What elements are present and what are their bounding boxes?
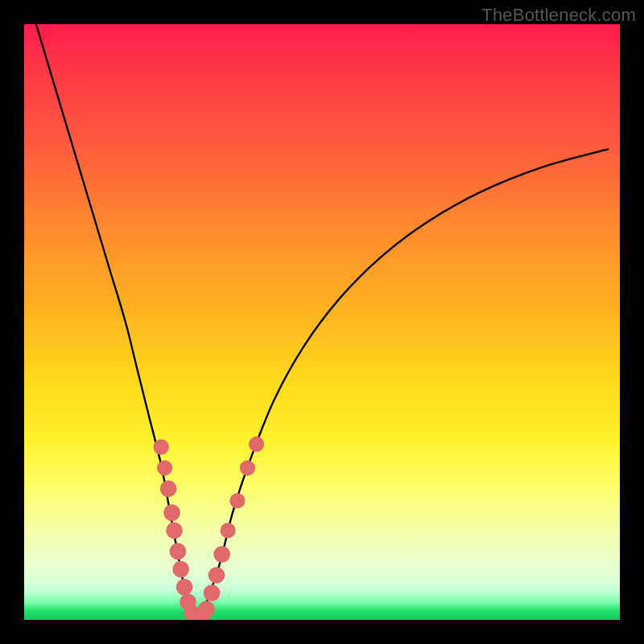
highlighted-points: [154, 436, 265, 620]
marker-dot: [229, 493, 245, 508]
marker-dot: [176, 579, 193, 596]
watermark-text: TheBottleneck.com: [481, 5, 636, 26]
marker-dot: [198, 601, 215, 617]
marker-dot: [249, 436, 264, 452]
marker-dot: [154, 440, 169, 455]
marker-dot: [204, 584, 221, 601]
marker-dot: [157, 460, 172, 476]
marker-dot: [220, 522, 235, 538]
bottleneck-curve: [36, 24, 608, 620]
marker-dot: [163, 504, 180, 521]
plot-area: [24, 24, 620, 620]
marker-dot: [213, 546, 230, 563]
marker-dot: [166, 522, 183, 539]
chart-overlay: [24, 24, 620, 620]
chart-frame: TheBottleneck.com: [0, 0, 644, 644]
marker-dot: [170, 543, 187, 560]
marker-dot: [240, 460, 255, 476]
marker-dot: [160, 481, 177, 497]
marker-dot: [208, 567, 225, 584]
marker-dot: [172, 561, 189, 578]
